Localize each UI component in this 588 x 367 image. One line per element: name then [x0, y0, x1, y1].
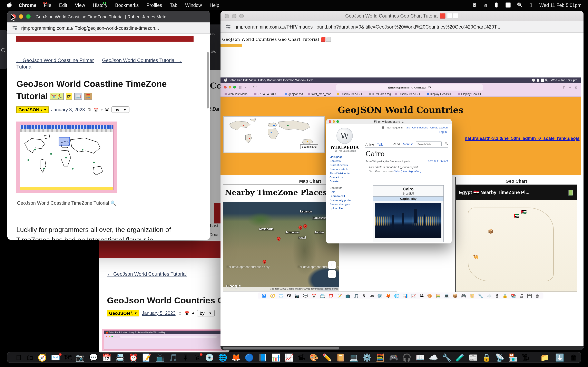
calendar-icon[interactable]: 📅 — [185, 311, 190, 315]
dock-app-icon[interactable]: 📅 — [102, 354, 112, 361]
dock-app-icon[interactable]: 🗜 — [522, 354, 529, 361]
dock-app-icon[interactable]: 📘 — [258, 354, 267, 361]
menu-item[interactable]: Edit — [59, 3, 67, 8]
prev-post-link[interactable]: ← GeoJson World Coastline Primer Tutoria… — [16, 57, 105, 70]
dock-app-icon[interactable]: 💻 — [349, 354, 358, 361]
tab-talk[interactable]: Talk — [377, 143, 383, 146]
dock-app-icon[interactable]: 📡 — [495, 354, 504, 361]
emoji-badge-icon[interactable]: ☞ — [66, 93, 72, 100]
page-info-icon[interactable] — [225, 24, 231, 29]
sidebar-link[interactable]: Current events — [329, 163, 360, 167]
window-titlebar[interactable]: GeoJson World Countries Geo Chart Tutori… — [221, 11, 584, 21]
post-thumbnail[interactable] — [16, 122, 117, 193]
map-pin[interactable] — [262, 259, 267, 264]
author-select[interactable]: by▼ — [197, 310, 215, 317]
wikipedia-window[interactable]: W en.wikipedia.org 🔒 👤 Not logged in Tal… — [326, 119, 452, 243]
dock-app-icon[interactable]: 📖 — [415, 354, 425, 361]
dock-app-icon[interactable]: 🏪 — [509, 354, 518, 361]
dock-app-icon[interactable]: ⚙️ — [362, 354, 372, 361]
post-date-link[interactable]: January 5, 2023 — [142, 311, 176, 316]
scrollbar-thumb[interactable] — [223, 347, 339, 350]
category-select[interactable]: GeoJSON \▼ — [16, 106, 49, 113]
menu-item[interactable]: Tab — [170, 3, 177, 8]
sidebar-link[interactable]: Contents — [329, 159, 360, 163]
zoom-out-button[interactable]: − — [328, 270, 336, 278]
dock-app-icon[interactable]: 📔 — [336, 354, 345, 361]
dock-app-icon[interactable]: 🎙 — [182, 354, 189, 361]
menu-item[interactable]: Help — [210, 3, 219, 8]
active-app-menu[interactable]: Chrome — [18, 3, 36, 8]
sidebar-link[interactable]: Main page — [329, 155, 360, 159]
dock-app-icon[interactable]: 🧮 — [376, 354, 385, 361]
dock-app-icon[interactable]: ⏰ — [129, 354, 138, 361]
disambiguation-link[interactable]: Cairo (disambiguation) — [393, 170, 421, 173]
battery-icon[interactable]: 🔋 — [493, 2, 499, 8]
sidebar-link[interactable]: Donate — [329, 179, 360, 184]
dock-app-icon[interactable]: 📺 — [155, 354, 164, 361]
meta-icon[interactable]: 🏛 — [105, 108, 109, 112]
fullscreen-button[interactable] — [26, 14, 31, 19]
apple-menu-icon[interactable]: 🍎 — [7, 2, 12, 8]
sidebar-link[interactable]: About Wikipedia — [329, 171, 360, 175]
sidebar-link[interactable]: Learn to edit — [329, 194, 360, 198]
tab-read[interactable]: Read — [393, 142, 400, 146]
window-titlebar[interactable]: GeoJson World Coastline TimeZone Tutoria… — [7, 11, 210, 22]
dock-app-icon[interactable]: 🎮 — [389, 354, 398, 361]
notes-icon[interactable]: 📗 — [567, 189, 574, 196]
sidebar-link[interactable]: Community portal — [329, 198, 360, 202]
wikipedia-globe-logo[interactable]: W — [337, 128, 353, 144]
category-select[interactable]: GeoJSON \▼ — [107, 310, 139, 317]
coordinates-link[interactable]: 30°2′N 31°14′9″E — [428, 160, 448, 163]
horizontal-scrollbar[interactable] — [221, 346, 584, 350]
control-center-icon[interactable]: 🎚 — [529, 3, 533, 8]
menu-item[interactable]: Window — [185, 3, 202, 8]
package-marker[interactable]: 📦 — [488, 229, 493, 234]
meta-icon[interactable]: 📅 — [94, 108, 99, 112]
geojson-file-link[interactable]: naturalearth-3.3.0/ne_50m_admin_0_scale_… — [465, 136, 580, 141]
tab-article[interactable]: Article — [365, 143, 374, 146]
sidebar-link[interactable]: Upload file — [329, 206, 360, 210]
dock-app-icon[interactable]: 📷 — [76, 354, 85, 361]
dock-app-icon[interactable]: ✏️ — [323, 354, 332, 361]
wifi-icon[interactable]: 📶 — [505, 2, 511, 8]
dock-app-icon[interactable]: 🔒 — [482, 354, 491, 361]
spotlight-icon[interactable]: 🔍 — [517, 2, 522, 8]
dock-app-icon[interactable]: 🦊 — [232, 354, 241, 361]
dock-app-icon[interactable]: 🎨 — [309, 354, 319, 361]
address-bar[interactable]: rjmprogramming.com.au/PHP/images_found.p… — [234, 24, 500, 29]
search-icon[interactable]: 🔍 — [445, 142, 448, 146]
camel-marker[interactable]: 🐫 — [473, 254, 478, 260]
vertical-scrollbar[interactable] — [207, 52, 209, 108]
map-pin[interactable] — [276, 236, 281, 241]
menu-item[interactable]: View — [75, 3, 85, 8]
dock-app-icon[interactable]: 🗺 — [64, 354, 72, 361]
emoji-badge-icon[interactable]: 🧮 — [84, 93, 92, 100]
zoom-in-button[interactable]: + — [328, 261, 336, 269]
meta-icon[interactable]: + — [101, 108, 103, 112]
emoji-badge-icon[interactable]: ✂️🏃 — [50, 93, 63, 100]
menu-item[interactable]: Profiles — [146, 3, 162, 8]
dock-app-icon[interactable]: 🖥 — [15, 354, 22, 361]
google-map[interactable]: Lebanon Damascus Alexandria Jerusalem Jo… — [223, 202, 339, 291]
magnifier-icon[interactable]: 🔍 — [110, 201, 116, 206]
dock-app-icon[interactable]: 🎧 — [402, 354, 411, 361]
emoji-badge-icon[interactable]: 📖 — [74, 93, 82, 100]
next-post-link[interactable]: GeoJson World Countries Tutorial → — [102, 57, 182, 64]
dock-app-icon[interactable]: 📽 — [298, 354, 305, 361]
wikipedia-search-input[interactable] — [416, 142, 442, 146]
dock-folder-icon[interactable]: 🗑 — [570, 354, 577, 361]
sidebar-link[interactable]: Contact us — [329, 175, 360, 179]
post-thumbnail[interactable]: 🍎 Safari File Edit View History Bookmark… — [102, 329, 226, 351]
minimize-button[interactable] — [19, 14, 23, 19]
flag-marker[interactable]: 🇦🇪 — [514, 213, 519, 218]
sidebar-link[interactable]: Random article — [329, 167, 360, 171]
cairo-night-photo[interactable] — [375, 203, 441, 238]
display-icon[interactable]: 🖥 — [483, 3, 487, 8]
status-dial-icon[interactable]: 🎛 — [472, 3, 477, 8]
dock-app-icon[interactable]: 📝 — [142, 354, 151, 361]
plus-icon[interactable]: + — [192, 311, 195, 315]
dock-app-icon[interactable]: 🧪 — [456, 354, 465, 361]
dock-app-icon[interactable]: 📈 — [285, 354, 294, 361]
dock-app-icon[interactable]: 📰 — [469, 354, 478, 361]
post-date-link[interactable]: January 3, 2023 — [51, 107, 85, 112]
